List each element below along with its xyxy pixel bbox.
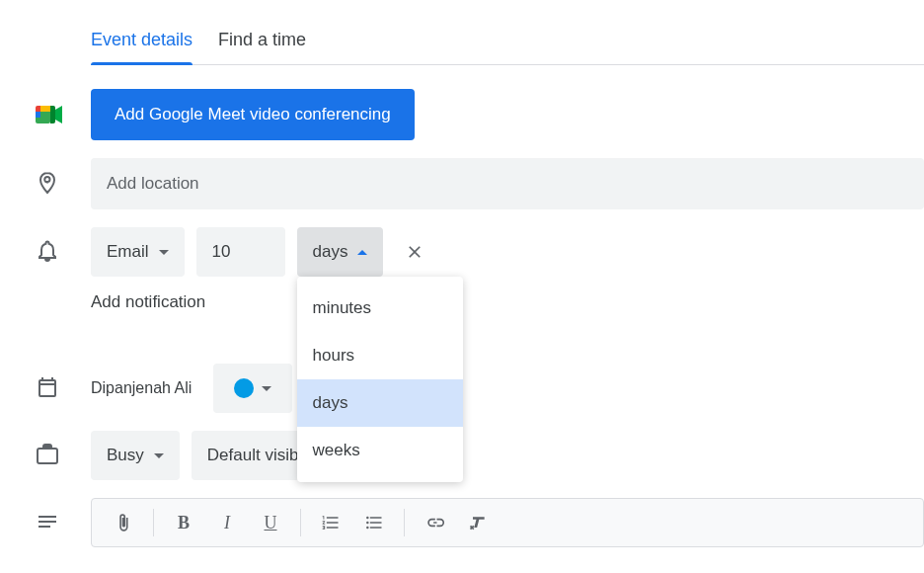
color-dot-icon xyxy=(234,378,254,398)
notification-unit-select[interactable]: days xyxy=(297,227,384,277)
add-notification-button[interactable]: Add notification xyxy=(91,292,205,312)
bold-button[interactable]: B xyxy=(164,503,203,542)
availability-select[interactable]: Busy xyxy=(91,431,180,480)
bulleted-list-button[interactable] xyxy=(354,503,394,542)
remove-notification-button[interactable] xyxy=(395,232,434,272)
numbered-list-button[interactable] xyxy=(311,503,350,542)
notification-value-input[interactable] xyxy=(196,227,285,277)
tab-find-a-time[interactable]: Find a time xyxy=(218,30,306,64)
google-meet-icon xyxy=(36,104,63,125)
description-icon xyxy=(36,510,59,536)
notification-method-label: Email xyxy=(107,242,149,262)
calendar-icon xyxy=(36,375,59,402)
notification-bell-icon xyxy=(36,239,59,266)
toolbar-divider xyxy=(300,509,301,536)
unit-option-weeks[interactable]: weeks xyxy=(297,427,463,474)
description-toolbar: B I U xyxy=(91,498,924,547)
tabs: Event details Find a time xyxy=(91,30,924,65)
notification-unit-menu: minuteshoursdaysweeks xyxy=(297,277,463,482)
calendar-color-select[interactable] xyxy=(213,364,292,413)
italic-button[interactable]: I xyxy=(207,503,247,542)
notification-method-select[interactable]: Email xyxy=(91,227,185,277)
location-icon xyxy=(36,171,59,198)
chevron-up-icon xyxy=(357,250,367,255)
toolbar-divider xyxy=(153,509,154,536)
unit-option-minutes[interactable]: minutes xyxy=(297,285,463,332)
availability-label: Busy xyxy=(107,446,144,465)
tab-event-details[interactable]: Event details xyxy=(91,30,192,64)
notification-unit-label: days xyxy=(313,242,348,262)
unit-option-days[interactable]: days xyxy=(297,379,463,427)
toolbar-divider xyxy=(404,509,405,536)
unit-option-hours[interactable]: hours xyxy=(297,332,463,379)
location-input[interactable] xyxy=(91,158,924,209)
calendar-owner-name: Dipanjenah Ali xyxy=(91,379,192,397)
chevron-down-icon xyxy=(154,453,164,458)
chevron-down-icon xyxy=(159,250,169,255)
clear-formatting-button[interactable] xyxy=(458,503,498,542)
attach-file-button[interactable] xyxy=(104,503,143,542)
briefcase-icon xyxy=(36,443,59,469)
insert-link-button[interactable] xyxy=(415,503,454,542)
underline-button[interactable]: U xyxy=(251,503,290,542)
add-google-meet-button[interactable]: Add Google Meet video conferencing xyxy=(91,89,415,140)
chevron-down-icon xyxy=(262,386,271,391)
